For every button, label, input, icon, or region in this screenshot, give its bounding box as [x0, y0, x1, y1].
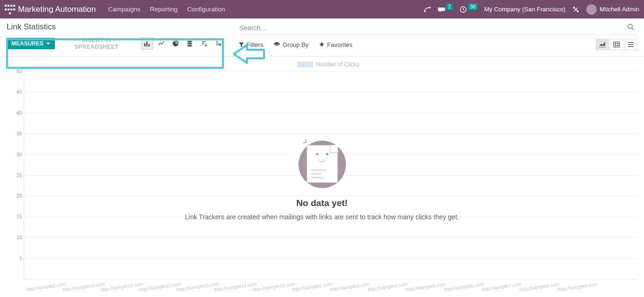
favorites-button[interactable]: Favorites — [319, 41, 352, 48]
nav-reporting[interactable]: Reporting — [150, 6, 178, 13]
page-title: Link Statistics — [7, 22, 224, 32]
company-selector[interactable]: My Company (San Francisco) — [484, 6, 565, 13]
stacked-button[interactable] — [184, 37, 196, 50]
svg-point-10 — [187, 45, 193, 47]
empty-illustration — [296, 138, 348, 190]
activities-badge: 38 — [468, 3, 477, 10]
messages-badge: 2 — [446, 3, 453, 10]
sort-asc-button[interactable] — [212, 37, 224, 50]
pivot-view-button[interactable] — [610, 39, 623, 50]
nav-campaigns[interactable]: Campaigns — [108, 6, 140, 13]
user-name: Mitchell Admin — [600, 6, 639, 13]
list-view-button[interactable] — [624, 39, 637, 50]
user-menu[interactable]: Mitchell Admin — [586, 4, 639, 15]
caret-down-icon — [46, 43, 50, 45]
insert-spreadsheet-button[interactable]: INSERT IN SPREADSHEET — [58, 35, 135, 53]
svg-point-1 — [429, 7, 430, 8]
svg-rect-5 — [144, 43, 146, 46]
svg-rect-7 — [149, 44, 150, 46]
search-input[interactable] — [238, 22, 624, 34]
svg-point-9 — [187, 43, 193, 45]
layers-icon — [273, 42, 280, 47]
groupby-button[interactable]: Group By — [273, 41, 309, 48]
pie-chart-button[interactable] — [169, 37, 182, 50]
activities-icon[interactable]: 38 — [459, 6, 477, 13]
svg-rect-6 — [146, 42, 148, 47]
measures-label: MEASURES — [11, 40, 44, 47]
filters-button[interactable]: Filters — [238, 41, 263, 48]
sort-desc-button[interactable] — [198, 37, 210, 50]
empty-state: No data yet! Link Trackers are created w… — [0, 57, 644, 297]
top-nav: Marketing Automation Campaigns Reporting… — [0, 0, 644, 18]
empty-subtitle: Link Trackers are created when mailings … — [185, 213, 459, 221]
main-content: Number of Clicks 5101520253035404550http… — [0, 57, 644, 297]
app-brand[interactable]: Marketing Automation — [18, 5, 96, 14]
funnel-icon — [238, 42, 244, 47]
messages-icon[interactable]: 2 — [438, 6, 453, 13]
nav-configuration[interactable]: Configuration — [187, 6, 225, 13]
search-icon[interactable] — [624, 23, 637, 33]
measures-button[interactable]: MEASURES — [7, 38, 55, 49]
svg-point-11 — [628, 24, 632, 28]
phone-icon[interactable] — [423, 6, 431, 13]
bar-chart-button[interactable] — [141, 37, 153, 50]
empty-title: No data yet! — [296, 198, 348, 208]
star-icon — [319, 42, 325, 47]
debug-icon[interactable] — [572, 6, 580, 13]
avatar — [586, 4, 597, 15]
svg-point-8 — [187, 41, 193, 43]
line-chart-button[interactable] — [155, 37, 168, 50]
apps-icon[interactable] — [5, 4, 15, 15]
svg-rect-12 — [614, 42, 620, 47]
graph-view-button[interactable] — [596, 39, 609, 50]
svg-point-0 — [424, 11, 425, 12]
